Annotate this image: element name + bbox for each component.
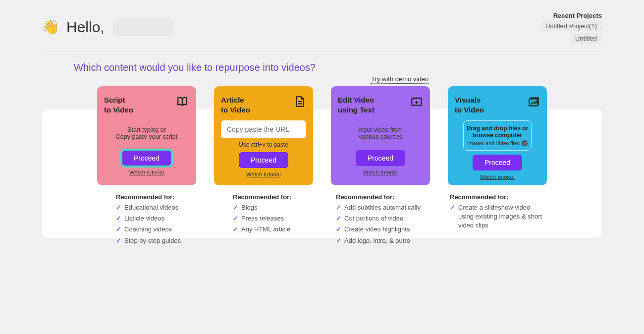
recommended-item: ✓Any HTML article (233, 225, 313, 234)
check-icon: ✓ (116, 214, 121, 223)
proceed-button[interactable]: Proceed (239, 152, 288, 168)
recommended-item: ✓Create video highlights (336, 225, 430, 234)
recommended-item: ✓Press releases (233, 214, 313, 223)
card-title: Visualsto Video (455, 95, 484, 114)
card-article-to-video: Articleto Video Use ctrl+v to paste Proc… (214, 86, 313, 185)
recommended-item: ✓Add subtitles automatically (336, 203, 430, 212)
card-title: Edit Videousing Text (338, 95, 375, 114)
check-icon: ✓ (116, 203, 121, 212)
recommended-item: ✓Create a slideshow video using existing… (450, 203, 547, 230)
watch-tutorial-link[interactable]: Watch tutorial (221, 171, 306, 177)
recommended-item: ✓Cut portions of video (336, 214, 430, 223)
recent-projects: Recent Projects Untitled Project(1) Unti… (540, 12, 602, 46)
card-title: Articleto Video (221, 95, 250, 114)
recent-project-item[interactable]: Untitled Project(1) (540, 21, 602, 31)
check-icon: ✓ (336, 203, 341, 212)
card-script-to-video: Scriptto Video Start typing or Copy past… (97, 86, 196, 185)
card-title: Scriptto Video (104, 95, 133, 114)
video-add-icon (410, 95, 423, 110)
recommended-list: Recommended for: ✓Educational videos ✓Li… (97, 193, 196, 245)
card-visuals-to-video: Visualsto Video Drag and drop files orbr… (448, 86, 547, 185)
demo-video-link[interactable]: Try with demo video (371, 75, 429, 84)
card-body: Input video from various sources (338, 120, 423, 146)
greeting: 👋 Hello, (42, 19, 173, 36)
document-icon (293, 95, 306, 110)
url-input[interactable] (221, 120, 306, 138)
check-icon: ✓ (233, 214, 238, 223)
check-icon: ✓ (116, 225, 121, 234)
book-open-icon (176, 95, 189, 110)
recommended-title: Recommended for: (336, 193, 430, 201)
recommended-item: ✓Blogs (233, 203, 313, 212)
proceed-button[interactable]: Proceed (356, 150, 405, 166)
watch-tutorial-link[interactable]: Watch tutorial (338, 169, 423, 175)
proceed-button[interactable]: Proceed (473, 155, 522, 170)
check-icon: ✓ (336, 225, 341, 234)
watch-tutorial-link[interactable]: Watch tutorial (104, 169, 189, 175)
recommended-item: ✓Educational videos (116, 203, 196, 212)
username-placeholder (113, 19, 173, 36)
card-edit-video: Edit Videousing Text Input video from va… (331, 86, 430, 185)
recommended-list: Recommended for: ✓Add subtitles automati… (331, 193, 430, 245)
recent-projects-title: Recent Projects (540, 12, 602, 19)
check-icon: ✓ (233, 203, 238, 212)
proceed-highlight: Proceed (122, 150, 171, 166)
recommended-title: Recommended for: (450, 193, 547, 201)
recommended-item: ✓Coaching videos (116, 225, 196, 234)
wave-icon: 👋 (42, 20, 59, 34)
card-body: Start typing or Copy paste your script (104, 120, 189, 146)
recommended-title: Recommended for: (233, 193, 313, 201)
check-icon: ✓ (116, 236, 121, 245)
paste-hint: Use ctrl+v to paste (239, 141, 288, 148)
proceed-button[interactable]: Proceed (122, 150, 171, 166)
recommended-item: ✓Listicle videos (116, 214, 196, 223)
check-icon: ✓ (233, 225, 238, 234)
recommended-item: ✓Step by step guides (116, 236, 196, 245)
file-dropzone[interactable]: Drag and drop files orbrowse computer Im… (463, 120, 532, 151)
gallery-icon (527, 95, 540, 110)
recommended-list: Recommended for: ✓Blogs ✓Press releases … (214, 193, 313, 234)
recommended-list: Recommended for: ✓Create a slideshow vid… (448, 193, 547, 230)
check-icon: ✓ (450, 203, 455, 212)
check-icon: ✓ (336, 214, 341, 223)
help-icon[interactable]: ? (522, 140, 528, 146)
hello-text: Hello, (66, 19, 105, 36)
recommended-item: ✓Add logo, intro, & outro (336, 236, 430, 245)
check-icon: ✓ (336, 236, 341, 245)
page-prompt: Which content would you like to repurpos… (74, 62, 602, 73)
header: 👋 Hello, Recent Projects Untitled Projec… (42, 10, 602, 55)
watch-tutorial-link[interactable]: Watch tutorial (455, 174, 540, 180)
recent-project-item[interactable]: Untitled (570, 33, 602, 44)
recommended-title: Recommended for: (116, 193, 196, 201)
